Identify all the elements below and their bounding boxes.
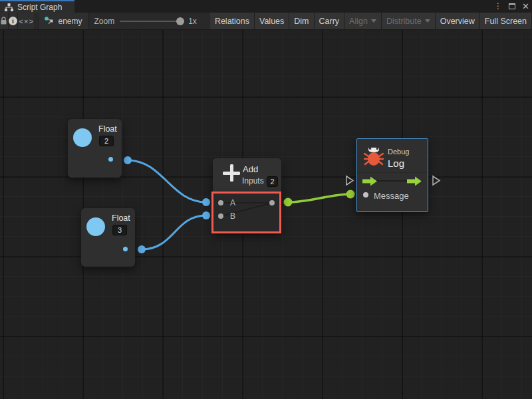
- inputs-count-field[interactable]: 2: [267, 176, 278, 187]
- float-type-icon: [73, 128, 92, 147]
- node-debug-log[interactable]: Debug Log Message: [356, 138, 428, 212]
- port-b-label: B: [230, 211, 235, 221]
- flow-output-port[interactable]: [432, 175, 441, 186]
- zoom-control: Zoom 1x: [89, 13, 202, 29]
- zoom-slider-handle[interactable]: [176, 17, 184, 25]
- tab-title: Script Graph: [17, 3, 62, 12]
- plus-icon: [221, 163, 241, 183]
- toolbar-buttons: Relations Values Dim Carry Align Distrib…: [210, 13, 532, 29]
- code-icon: <×>: [19, 17, 34, 25]
- toolbar-button-relations[interactable]: Relations: [210, 13, 255, 29]
- divider: [357, 172, 428, 173]
- graph-node-icon: [45, 17, 54, 25]
- flow-in-arrow-icon[interactable]: [362, 176, 378, 186]
- float-value-field[interactable]: 2: [99, 136, 114, 146]
- maximize-icon[interactable]: [509, 3, 515, 9]
- input-port-b[interactable]: [218, 213, 223, 219]
- message-input-port[interactable]: [363, 192, 368, 198]
- node-float-1[interactable]: Float 2: [68, 119, 122, 178]
- bug-icon: [362, 145, 385, 168]
- code-view-button[interactable]: <×>: [18, 13, 35, 29]
- relation-lines: [213, 193, 281, 233]
- node-float-2[interactable]: Float 3: [81, 208, 135, 267]
- zoom-slider[interactable]: [120, 21, 183, 22]
- toolbar-button-align[interactable]: Align: [344, 13, 382, 29]
- lock-icon: [0, 17, 7, 25]
- graph-toolbar: i <×> enemy Zoom 1x Relations Values Dim…: [0, 13, 532, 30]
- float-value-field[interactable]: 3: [112, 225, 127, 235]
- chevron-down-icon: [371, 19, 376, 23]
- node-title: Add: [243, 164, 258, 174]
- graph-name: enemy: [58, 17, 82, 26]
- window-controls: ⋮ ✕: [494, 0, 529, 13]
- info-button[interactable]: i: [9, 13, 18, 29]
- toolbar-button-carry[interactable]: Carry: [315, 13, 345, 29]
- graph-picker-button[interactable]: enemy: [39, 13, 88, 29]
- close-icon[interactable]: ✕: [522, 0, 529, 13]
- node-category: Debug: [388, 148, 409, 156]
- tab-script-graph[interactable]: Script Graph: [0, 0, 74, 13]
- info-icon: i: [9, 17, 17, 25]
- toolbar-button-fullscreen[interactable]: Full Screen: [480, 13, 532, 29]
- toolbar-button-values[interactable]: Values: [255, 13, 289, 29]
- node-add-header[interactable]: Add Inputs 2: [213, 158, 281, 193]
- output-port[interactable]: [108, 157, 113, 162]
- float-type-icon: [86, 217, 105, 236]
- node-title: Float: [98, 124, 117, 134]
- output-port[interactable]: [269, 200, 275, 205]
- message-port-label: Message: [374, 191, 409, 201]
- output-port[interactable]: [123, 247, 128, 251]
- flow-input-port[interactable]: [345, 175, 354, 186]
- zoom-label: Zoom: [94, 17, 115, 26]
- graph-hierarchy-icon: [5, 3, 13, 11]
- window-title-bar: Script Graph ⋮ ✕: [0, 0, 532, 13]
- toolbar-button-distribute[interactable]: Distribute: [382, 13, 436, 29]
- flow-out-arrow-icon[interactable]: [407, 176, 422, 186]
- chevron-down-icon: [425, 19, 430, 23]
- toolbar-button-overview[interactable]: Overview: [436, 13, 480, 29]
- node-title: Log: [388, 158, 404, 169]
- menu-kebab-icon[interactable]: ⋮: [494, 0, 502, 13]
- input-port-a[interactable]: [218, 200, 223, 205]
- inputs-label: Inputs: [242, 176, 264, 186]
- toolbar-button-dim[interactable]: Dim: [289, 13, 314, 29]
- port-a-label: A: [230, 198, 235, 207]
- lock-button[interactable]: [0, 13, 9, 29]
- node-add-body[interactable]: A B: [213, 193, 281, 233]
- zoom-value: 1x: [188, 17, 197, 26]
- node-title: Float: [112, 213, 130, 223]
